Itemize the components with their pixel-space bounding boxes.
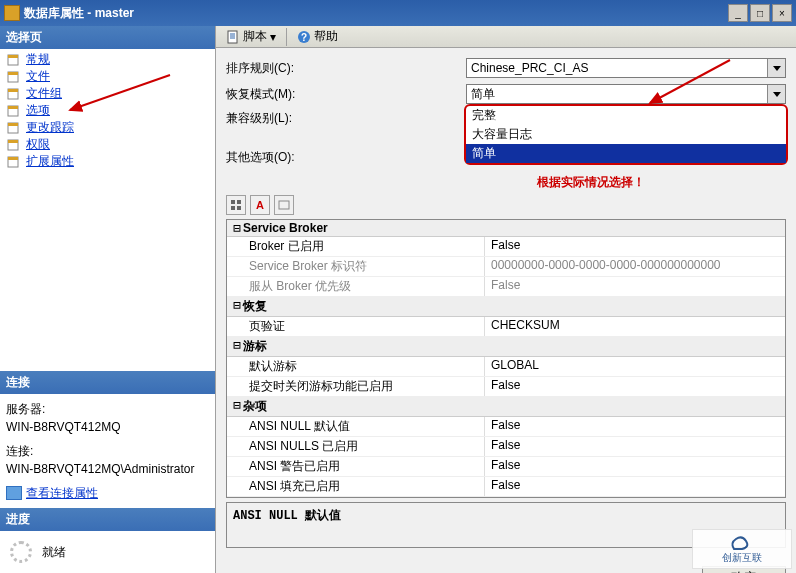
window-title: 数据库属性 - master [24, 5, 728, 22]
page-icon [6, 155, 22, 169]
grid-row: ANSI 填充已启用False [227, 477, 785, 497]
svg-rect-19 [231, 206, 235, 210]
alpha-button[interactable]: A [250, 195, 270, 215]
page-icon [6, 138, 22, 152]
recovery-combo[interactable]: 简单 [466, 84, 786, 104]
grid-category: ⊟游标 [227, 337, 785, 357]
chevron-down-icon [767, 85, 785, 103]
help-icon: ? [297, 30, 311, 44]
main-toolbar: 脚本 ▾ ? 帮助 [216, 26, 796, 48]
help-label: 帮助 [314, 28, 338, 45]
annotation-text: 根据实际情况选择！ [396, 174, 786, 191]
svg-rect-21 [279, 201, 289, 209]
sidebar-item-general[interactable]: 常规 [0, 51, 215, 68]
svg-rect-18 [237, 200, 241, 204]
grid-btn3[interactable] [274, 195, 294, 215]
view-connection-label: 查看连接属性 [26, 484, 98, 502]
grid-row: ANSI NULL 默认值False [227, 417, 785, 437]
page-icon [6, 53, 22, 67]
sidebar-item-label: 权限 [26, 136, 50, 153]
progress-row: 就绪 [0, 531, 215, 573]
chevron-down-icon [767, 59, 785, 77]
page-icon [6, 87, 22, 101]
grid-toolbar: A [226, 195, 786, 215]
sidebar-item-label: 选项 [26, 102, 50, 119]
grid-row: Broker 已启用False [227, 237, 785, 257]
collation-value: Chinese_PRC_CI_AS [471, 61, 588, 75]
grid-row: 页验证CHECKSUM [227, 317, 785, 337]
titlebar: 数据库属性 - master _ □ × [0, 0, 796, 26]
grid-category: ⊟恢复 [227, 297, 785, 317]
connection-header: 连接 [0, 371, 215, 394]
script-icon [226, 30, 240, 44]
script-label: 脚本 [243, 28, 267, 45]
grid-row: 提交时关闭游标功能已启用False [227, 377, 785, 397]
spinner-icon [10, 541, 32, 563]
svg-rect-5 [8, 89, 18, 92]
recovery-value: 简单 [471, 86, 495, 103]
grid-category: ⊟Service Broker [227, 220, 785, 237]
svg-rect-17 [231, 200, 235, 204]
page-icon [6, 121, 22, 135]
svg-rect-7 [8, 106, 18, 109]
grid-row: 服从 Broker 优先级False [227, 277, 785, 297]
page-icon [6, 104, 22, 118]
svg-rect-14 [228, 31, 237, 43]
dropdown-icon: ▾ [270, 30, 276, 44]
progress-status: 就绪 [42, 544, 66, 561]
properties-icon [6, 486, 22, 500]
select-page-header: 选择页 [0, 26, 215, 49]
script-button[interactable]: 脚本 ▾ [222, 26, 280, 47]
connection-info: 服务器: WIN-B8RVQT412MQ 连接: WIN-B8RVQT412MQ… [0, 394, 215, 508]
categorize-button[interactable] [226, 195, 246, 215]
collation-combo[interactable]: Chinese_PRC_CI_AS [466, 58, 786, 78]
compat-label: 兼容级别(L): [226, 110, 466, 127]
svg-rect-11 [8, 140, 18, 143]
sidebar-item-permissions[interactable]: 权限 [0, 136, 215, 153]
recovery-label: 恢复模式(M): [226, 86, 466, 103]
svg-rect-1 [8, 55, 18, 58]
sidebar-item-options[interactable]: 选项 [0, 102, 215, 119]
maximize-button[interactable]: □ [750, 4, 770, 22]
server-label: 服务器: [6, 400, 209, 418]
view-connection-link[interactable]: 查看连接属性 [6, 484, 209, 502]
recovery-dropdown: 完整 大容量日志 简单 [464, 104, 788, 165]
grid-row: ANSI 警告已启用False [227, 457, 785, 477]
page-icon [6, 70, 22, 84]
dropdown-option-bulk[interactable]: 大容量日志 [466, 125, 786, 144]
progress-header: 进度 [0, 508, 215, 531]
minimize-button[interactable]: _ [728, 4, 748, 22]
main-panel: 脚本 ▾ ? 帮助 排序规则(C): Chinese_PRC_CI_AS [215, 26, 796, 573]
dropdown-option-simple[interactable]: 简单 [466, 144, 786, 163]
sidebar-item-label: 扩展属性 [26, 153, 74, 170]
watermark-logo: 创新互联 [692, 529, 792, 569]
dropdown-option-full[interactable]: 完整 [466, 106, 786, 125]
svg-rect-9 [8, 123, 18, 126]
sidebar-item-extended[interactable]: 扩展属性 [0, 153, 215, 170]
help-button[interactable]: ? 帮助 [293, 26, 342, 47]
db-icon [4, 5, 20, 21]
sidebar-item-label: 文件 [26, 68, 50, 85]
sidebar: 选择页 常规 文件 文件组 选项 更改跟踪 权限 扩展属性 连接 服务器: WI… [0, 26, 215, 573]
server-value: WIN-B8RVQT412MQ [6, 418, 209, 436]
svg-text:?: ? [301, 32, 307, 43]
sidebar-item-changetracking[interactable]: 更改跟踪 [0, 119, 215, 136]
grid-row: Service Broker 标识符00000000-0000-0000-000… [227, 257, 785, 277]
other-label: 其他选项(O): [226, 149, 466, 166]
sidebar-item-label: 更改跟踪 [26, 119, 74, 136]
grid-row: ANSI NULLS 已启用False [227, 437, 785, 457]
conn-label: 连接: [6, 442, 209, 460]
sidebar-item-label: 常规 [26, 51, 50, 68]
grid-category: ⊟杂项 [227, 397, 785, 417]
property-grid[interactable]: ⊟Service Broker Broker 已启用False Service … [226, 219, 786, 498]
sidebar-item-label: 文件组 [26, 85, 62, 102]
collation-label: 排序规则(C): [226, 60, 466, 77]
svg-rect-20 [237, 206, 241, 210]
sidebar-item-files[interactable]: 文件 [0, 68, 215, 85]
conn-value: WIN-B8RVQT412MQ\Administrator [6, 460, 209, 478]
svg-rect-13 [8, 157, 18, 160]
grid-row: 默认游标GLOBAL [227, 357, 785, 377]
svg-rect-3 [8, 72, 18, 75]
close-button[interactable]: × [772, 4, 792, 22]
sidebar-item-filegroups[interactable]: 文件组 [0, 85, 215, 102]
